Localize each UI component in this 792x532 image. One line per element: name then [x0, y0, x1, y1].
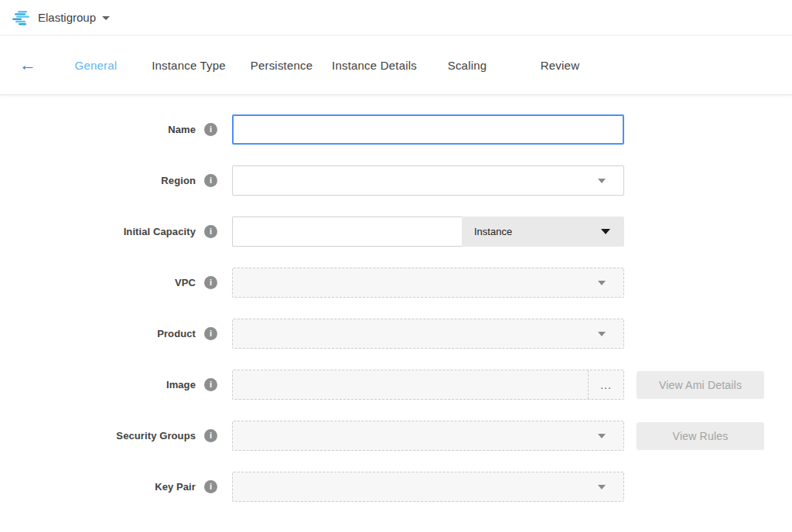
product-select — [232, 319, 624, 349]
form-row-key-pair: Key Pair i — [0, 472, 792, 502]
tab-scaling[interactable]: Scaling — [421, 59, 514, 72]
tab-persistence[interactable]: Persistence — [235, 59, 328, 72]
view-ami-details-button[interactable]: View Ami Details — [637, 371, 764, 399]
elastigroup-logo-icon — [11, 10, 31, 26]
initial-capacity-info-icon[interactable]: i — [204, 225, 217, 238]
form-row-image: Image i ... View Ami Details — [0, 370, 792, 400]
vpc-select — [232, 268, 624, 298]
capacity-unit-select[interactable]: Instance — [462, 217, 624, 247]
form-row-product: Product i — [0, 319, 792, 349]
topbar: Elastigroup — [0, 0, 792, 36]
region-select[interactable] — [232, 165, 624, 196]
tab-general[interactable]: General — [50, 59, 142, 72]
tab-instance-type[interactable]: Instance Type — [142, 59, 235, 72]
key-pair-label: Key Pair — [155, 481, 196, 493]
region-info-icon[interactable]: i — [204, 174, 217, 187]
name-label: Name — [168, 124, 196, 135]
initial-capacity-input[interactable] — [232, 217, 462, 247]
wizard-tabs: General Instance Type Persistence Instan… — [50, 59, 606, 72]
image-picker: ... — [232, 370, 624, 400]
region-label: Region — [161, 175, 196, 186]
form-row-initial-capacity: Initial Capacity i Instance — [0, 217, 792, 247]
form-row-security-groups: Security Groups i View Rules — [0, 421, 792, 451]
chevron-down-icon[interactable] — [102, 16, 110, 20]
product-switcher-label[interactable]: Elastigroup — [38, 11, 96, 24]
security-groups-select — [232, 421, 624, 451]
product-info-icon[interactable]: i — [204, 327, 217, 340]
chevron-down-icon — [598, 485, 606, 489]
back-button[interactable]: ← — [17, 54, 39, 76]
vpc-info-icon[interactable]: i — [204, 276, 217, 289]
image-picker-value — [233, 370, 588, 399]
chevron-down-icon — [598, 332, 606, 336]
view-rules-button[interactable]: View Rules — [637, 422, 764, 450]
form-row-vpc: VPC i — [0, 268, 792, 298]
image-browse-button[interactable]: ... — [588, 370, 623, 399]
tab-review[interactable]: Review — [514, 59, 606, 72]
capacity-unit-value: Instance — [474, 226, 512, 237]
tab-instance-details[interactable]: Instance Details — [328, 59, 421, 72]
security-groups-label: Security Groups — [116, 430, 196, 442]
general-settings-form: Name i Region i Initial Capacity i Inst — [0, 95, 792, 502]
security-groups-info-icon[interactable]: i — [204, 429, 217, 442]
chevron-down-icon — [601, 229, 610, 234]
form-row-region: Region i — [0, 165, 792, 196]
key-pair-info-icon[interactable]: i — [204, 480, 217, 493]
chevron-down-icon — [598, 281, 606, 285]
back-arrow-icon: ← — [19, 56, 36, 73]
form-row-name: Name i — [0, 114, 792, 145]
image-info-icon[interactable]: i — [204, 378, 217, 391]
key-pair-select — [232, 472, 624, 502]
initial-capacity-label: Initial Capacity — [124, 226, 196, 237]
vpc-label: VPC — [175, 277, 196, 288]
wizard-tabbar: ← General Instance Type Persistence Inst… — [0, 36, 792, 95]
name-info-icon[interactable]: i — [204, 123, 217, 136]
name-input[interactable] — [232, 114, 624, 145]
image-label: Image — [166, 379, 196, 390]
product-label: Product — [157, 328, 196, 339]
chevron-down-icon — [598, 179, 606, 183]
chevron-down-icon — [598, 434, 606, 438]
